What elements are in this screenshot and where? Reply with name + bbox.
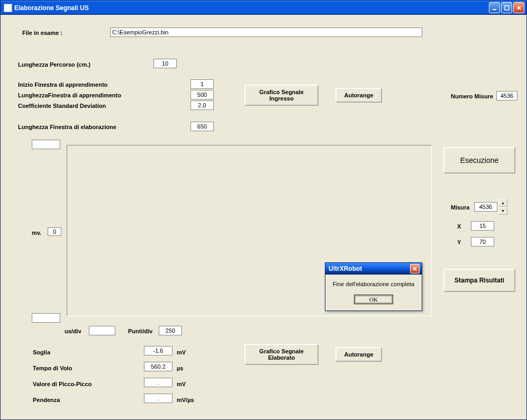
mv-input[interactable] [48, 227, 61, 236]
graph-bottom-box[interactable] [32, 313, 60, 323]
picco-unit: mV [177, 381, 186, 387]
dialog-title: UltrXRobot [329, 265, 410, 272]
picco-label: Valore di Picco-Picco [33, 381, 92, 387]
puntidiv-input[interactable] [159, 326, 182, 335]
minimize-button[interactable] [489, 2, 500, 13]
usdiv-label: us/div [65, 328, 81, 334]
titlebar[interactable]: Elaborazione Segnali US [1, 1, 526, 15]
lunghezza-percorso-input[interactable] [153, 59, 177, 68]
graph-top-box[interactable] [32, 140, 60, 149]
svg-rect-1 [505, 6, 509, 10]
stampa-risultati-button[interactable]: Stampa Risultati [443, 269, 515, 292]
grafico-elaborato-button[interactable]: Grafico Segnale Elaborato [244, 344, 319, 365]
numero-misure-input[interactable] [496, 91, 517, 101]
misura-spinner[interactable]: ▲ ▼ [498, 199, 507, 215]
inizio-finestra-input[interactable] [190, 79, 214, 89]
pendenza-input[interactable] [144, 394, 172, 403]
file-label: File in esame : [22, 30, 62, 36]
x-input[interactable] [471, 221, 494, 231]
tempo-input[interactable] [144, 362, 172, 371]
dialog-ok-button[interactable]: OK [354, 295, 393, 304]
tempo-label: Tempo di Volo [33, 365, 72, 371]
pendenza-unit: mV/µs [177, 397, 194, 403]
svg-rect-0 [493, 9, 496, 10]
soglia-unit: mV [177, 349, 186, 355]
main-window: Elaborazione Segnali US File in esame : … [0, 0, 527, 420]
lunghezza-finestra-appr-input[interactable] [190, 90, 214, 99]
tempo-unit: µs [177, 365, 183, 371]
autorange-bottom-button[interactable]: Autorange [335, 347, 382, 362]
dialog-message: Fine dell'elaborazione completa [330, 281, 417, 287]
x-label: X [457, 223, 461, 230]
lunghezza-percorso-label: Lunghezza Percorso (cm.) [18, 61, 90, 68]
y-label: Y [457, 239, 461, 245]
coeff-std-input[interactable] [190, 101, 214, 110]
puntidiv-label: Punti/div [128, 328, 152, 334]
misura-up[interactable]: ▲ [498, 199, 507, 207]
y-input[interactable] [471, 237, 494, 246]
inizio-finestra-label: Inizio Finestra di apprendimento [18, 81, 107, 88]
lunghezza-finestra-elab-label: Lunghezza Finestra di elaborazione [18, 124, 116, 130]
lunghezza-finestra-elab-input[interactable] [190, 122, 214, 131]
app-icon [4, 4, 12, 12]
pendenza-label: Pendenza [33, 397, 60, 403]
file-input[interactable] [110, 28, 422, 37]
client-area: File in esame : Lunghezza Percorso (cm.)… [2, 15, 525, 418]
svg-line-2 [517, 6, 521, 10]
picco-input[interactable] [144, 378, 172, 387]
soglia-label: Soglia [33, 349, 50, 355]
maximize-button[interactable] [501, 2, 512, 13]
misura-down[interactable]: ▼ [498, 207, 507, 215]
svg-line-3 [517, 6, 521, 10]
misura-label: Misura [451, 204, 469, 211]
numero-misure-label: Numero Misure [451, 93, 493, 99]
close-button[interactable] [513, 2, 524, 13]
dialog-box: UltrXRobot Fine dell'elaborazione comple… [325, 262, 422, 311]
usdiv-input[interactable] [89, 326, 115, 335]
esecuzione-button[interactable]: Esecuzione [443, 147, 515, 174]
mv-label: mv. [32, 230, 41, 236]
dialog-titlebar[interactable]: UltrXRobot [325, 263, 422, 275]
soglia-input[interactable] [144, 346, 172, 355]
coeff-std-label: Coefficiente Standard Deviation [18, 103, 106, 109]
dialog-close-button[interactable] [410, 264, 420, 273]
grafico-ingresso-button[interactable]: Grafico Segnale Ingresso [244, 85, 319, 106]
window-title: Elaborazione Segnali US [14, 4, 489, 12]
autorange-top-button[interactable]: Autorange [335, 88, 382, 103]
misura-input[interactable] [474, 202, 497, 212]
lunghezza-finestra-appr-label: LunghezzaFinestra di apprendimento [18, 92, 121, 98]
